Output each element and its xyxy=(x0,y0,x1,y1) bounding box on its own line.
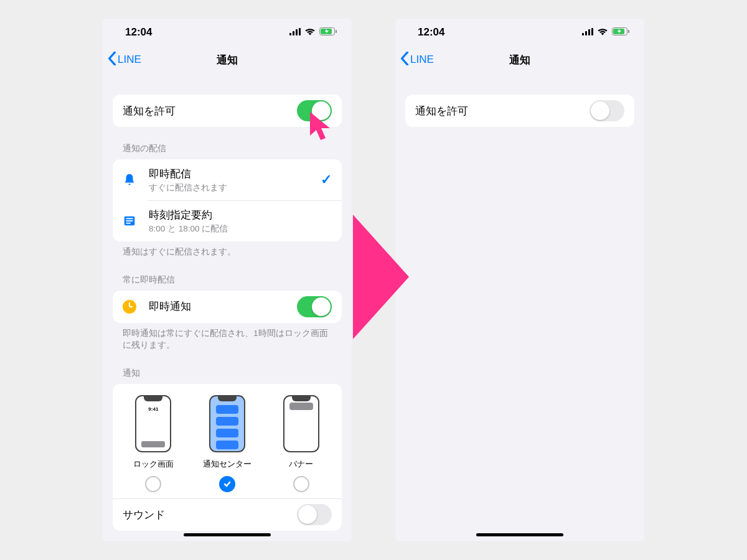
style-lock-radio[interactable] xyxy=(145,476,161,492)
style-center-label: 通知センター xyxy=(203,459,251,470)
status-right xyxy=(289,26,337,39)
always-instant-row[interactable]: 即時通知 xyxy=(113,291,342,323)
always-instant-label: 即時通知 xyxy=(149,299,297,314)
signal-icon xyxy=(289,26,301,39)
style-banner[interactable]: バナー xyxy=(270,395,332,492)
styles-header: 通知 xyxy=(123,368,342,379)
style-banner-radio[interactable] xyxy=(293,476,309,492)
svg-rect-9 xyxy=(126,220,133,222)
status-bar: 12:04 xyxy=(103,19,352,46)
page-title: 通知 xyxy=(217,53,238,67)
svg-rect-6 xyxy=(336,30,337,33)
home-indicator[interactable] xyxy=(184,533,271,536)
nav-bar: LINE 通知 xyxy=(395,46,644,73)
status-right xyxy=(582,26,629,39)
cursor-arrow-icon xyxy=(308,111,336,146)
delivery-group: 即時配信 すぐに配信されます ✓ 時刻指定要約 8:00 と 18:00 に配信 xyxy=(113,159,342,241)
status-bar: 12:04 xyxy=(395,19,644,46)
battery-charging-icon xyxy=(319,26,337,39)
svg-rect-17 xyxy=(628,30,629,33)
transition-arrow-icon xyxy=(353,215,409,342)
page-title: 通知 xyxy=(509,53,530,67)
sound-label: サウンド xyxy=(123,508,297,522)
delivery-scheduled-row[interactable]: 時刻指定要約 8:00 と 18:00 に配信 xyxy=(113,200,342,241)
delivery-instant-sub: すぐに配信されます xyxy=(149,182,321,194)
phone-left-settings-notifications-on: 12:04 LINE 通知 通知を許可 xyxy=(103,19,352,541)
notification-center-preview-icon xyxy=(209,395,245,452)
svg-rect-10 xyxy=(126,223,131,224)
style-notification-center[interactable]: 通知センター xyxy=(196,395,258,492)
always-instant-toggle[interactable] xyxy=(297,296,332,317)
svg-rect-11 xyxy=(582,33,584,35)
lock-screen-preview-icon: 9:41 xyxy=(135,395,171,452)
nav-bar: LINE 通知 xyxy=(103,46,352,73)
svg-rect-14 xyxy=(591,28,593,35)
style-lock-screen[interactable]: 9:41 ロック画面 xyxy=(122,395,184,492)
delivery-instant-row[interactable]: 即時配信 すぐに配信されます ✓ xyxy=(113,159,342,200)
style-center-radio[interactable] xyxy=(219,476,235,492)
checkmark-icon: ✓ xyxy=(321,172,332,188)
back-button[interactable]: LINE xyxy=(400,52,434,68)
phone-right-settings-notifications-off: 12:04 LINE 通知 通知を許可 xyxy=(395,19,644,541)
sound-row[interactable]: サウンド xyxy=(113,498,342,531)
allow-notifications-row[interactable]: 通知を許可 xyxy=(405,95,634,127)
wifi-icon xyxy=(597,26,608,39)
status-time: 12:04 xyxy=(418,26,444,39)
allow-notifications-toggle[interactable] xyxy=(590,100,624,121)
allow-notifications-label: 通知を許可 xyxy=(415,104,590,118)
back-label: LINE xyxy=(410,54,434,66)
allow-notifications-group: 通知を許可 xyxy=(405,95,634,127)
style-banner-label: バナー xyxy=(289,459,313,470)
svg-rect-12 xyxy=(585,31,587,35)
newspaper-icon xyxy=(123,214,143,228)
banner-preview-icon xyxy=(283,395,319,452)
svg-rect-3 xyxy=(299,28,301,35)
svg-rect-0 xyxy=(289,33,291,35)
styles-group: 9:41 ロック画面 通知センター xyxy=(113,384,342,531)
home-indicator[interactable] xyxy=(476,533,563,536)
allow-notifications-label: 通知を許可 xyxy=(123,104,297,118)
sound-toggle[interactable] xyxy=(297,504,332,525)
status-time: 12:04 xyxy=(125,26,152,39)
battery-charging-icon xyxy=(612,26,629,39)
chevron-left-icon xyxy=(400,52,409,68)
delivery-scheduled-sub: 8:00 と 18:00 に配信 xyxy=(149,223,332,235)
always-group: 即時通知 xyxy=(113,291,342,323)
always-header: 常に即時配信 xyxy=(123,274,342,286)
clock-icon xyxy=(123,300,143,314)
svg-rect-1 xyxy=(293,31,294,35)
chevron-left-icon xyxy=(108,52,116,68)
delivery-instant-title: 即時配信 xyxy=(149,167,321,181)
svg-rect-2 xyxy=(296,29,298,35)
bell-icon xyxy=(123,173,143,187)
svg-rect-13 xyxy=(588,29,590,35)
back-label: LINE xyxy=(118,54,141,66)
wifi-icon xyxy=(304,26,316,39)
delivery-footer: 通知はすぐに配信されます。 xyxy=(123,246,332,258)
delivery-scheduled-title: 時刻指定要約 xyxy=(149,208,332,222)
svg-rect-8 xyxy=(126,218,133,219)
always-footer: 即時通知は常にすぐに配信され、1時間はロック画面に残ります。 xyxy=(123,328,332,352)
style-lock-label: ロック画面 xyxy=(133,459,174,470)
back-button[interactable]: LINE xyxy=(108,52,141,68)
signal-icon xyxy=(582,26,593,39)
